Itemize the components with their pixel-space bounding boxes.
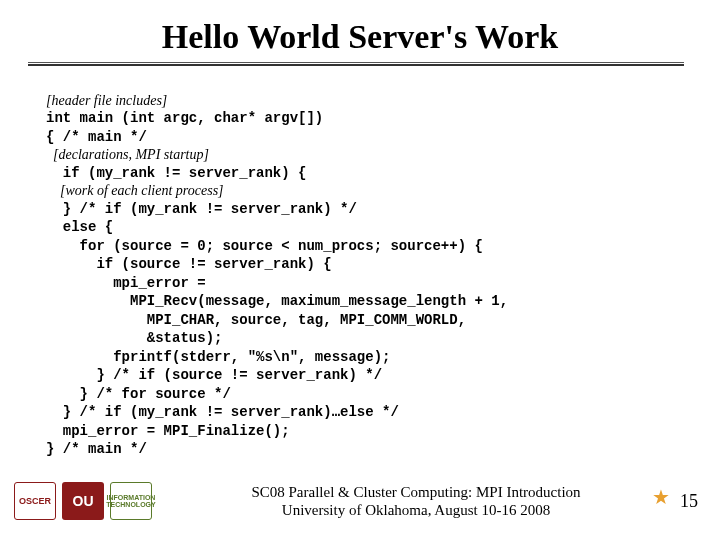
page-number-value: 15 [680, 491, 698, 511]
code-line: &status); [46, 330, 222, 346]
it-logo: INFORMATION TECHNOLOGY [110, 482, 152, 520]
code-line: int main (int argc, char* argv[]) [46, 110, 323, 126]
slide-footer: OSCER OU INFORMATION TECHNOLOGY SC08 Par… [0, 474, 720, 528]
code-line: mpi_error = [46, 275, 206, 291]
star-icon: ★ [652, 485, 670, 509]
code-line: [declarations, MPI startup] [46, 147, 209, 162]
footer-logos: OSCER OU INFORMATION TECHNOLOGY [14, 482, 152, 520]
code-line: mpi_error = MPI_Finalize(); [46, 423, 290, 439]
page-number: ★ 15 [680, 491, 698, 512]
code-line: [header file includes] [46, 93, 167, 108]
code-line: } /* if (source != server_rank) */ [46, 367, 382, 383]
footer-line2: University of Oklahoma, August 10-16 200… [152, 501, 680, 519]
code-line: } /* for source */ [46, 386, 231, 402]
code-line: MPI_CHAR, source, tag, MPI_COMM_WORLD, [46, 312, 466, 328]
code-line: for (source = 0; source < num_procs; sou… [46, 238, 483, 254]
code-line: MPI_Recv(message, maximum_message_length… [46, 293, 508, 309]
title-rule [0, 62, 720, 66]
footer-text: SC08 Parallel & Cluster Computing: MPI I… [152, 483, 680, 519]
oscer-logo: OSCER [14, 482, 56, 520]
code-listing: [header file includes] int main (int arg… [0, 74, 720, 459]
ou-logo: OU [62, 482, 104, 520]
code-line: if (my_rank != server_rank) { [46, 165, 306, 181]
slide-title: Hello World Server's Work [0, 18, 720, 56]
code-line: } /* if (my_rank != server_rank) */ [46, 201, 357, 217]
code-line: { /* main */ [46, 129, 147, 145]
code-line: fprintf(stderr, "%s\n", message); [46, 349, 390, 365]
code-line: [work of each client process] [46, 183, 224, 198]
footer-line1: SC08 Parallel & Cluster Computing: MPI I… [152, 483, 680, 501]
code-line: if (source != server_rank) { [46, 256, 332, 272]
code-line: else { [46, 219, 113, 235]
code-line: } /* if (my_rank != server_rank)…else */ [46, 404, 399, 420]
code-line: } /* main */ [46, 441, 147, 457]
